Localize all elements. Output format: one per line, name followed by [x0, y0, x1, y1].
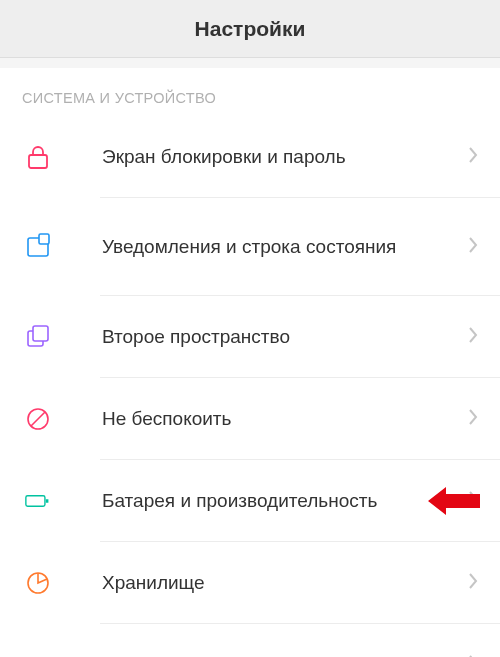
lock-icon [22, 141, 54, 173]
row-label: Батарея и производительность [102, 489, 468, 513]
row-battery-performance[interactable]: Батарея и производительность [0, 460, 500, 542]
duplicate-icon [22, 321, 54, 353]
svg-line-6 [31, 412, 45, 426]
section-header-label: СИСТЕМА И УСТРОЙСТВО [22, 90, 216, 106]
chevron-right-icon [468, 490, 478, 512]
row-label: Дополнительно [102, 653, 468, 657]
more-dots-icon [22, 649, 54, 657]
chevron-right-icon [468, 408, 478, 430]
settings-list: СИСТЕМА И УСТРОЙСТВО Экран блокировки и … [0, 68, 500, 657]
row-lock-screen[interactable]: Экран блокировки и пароль [0, 116, 500, 198]
chevron-right-icon [468, 572, 478, 594]
row-second-space[interactable]: Второе пространство [0, 296, 500, 378]
svg-rect-8 [46, 499, 49, 502]
gap [0, 58, 500, 68]
page-title: Настройки [195, 17, 306, 41]
svg-rect-2 [39, 234, 49, 244]
row-more[interactable]: Дополнительно [0, 624, 500, 657]
battery-icon [22, 485, 54, 517]
row-do-not-disturb[interactable]: Не беспокоить [0, 378, 500, 460]
row-storage[interactable]: Хранилище [0, 542, 500, 624]
svg-rect-7 [26, 496, 45, 506]
row-label: Не беспокоить [102, 407, 468, 431]
storage-pie-icon [22, 567, 54, 599]
row-label: Экран блокировки и пароль [102, 145, 468, 169]
row-label: Второе пространство [102, 325, 468, 349]
svg-rect-0 [29, 155, 47, 168]
section-header-system: СИСТЕМА И УСТРОЙСТВО [0, 68, 500, 116]
chevron-right-icon [468, 236, 478, 258]
row-label: Хранилище [102, 571, 468, 595]
chevron-right-icon [468, 326, 478, 348]
chevron-right-icon [468, 146, 478, 168]
row-notifications[interactable]: Уведомления и строка состояния [0, 198, 500, 296]
do-not-disturb-icon [22, 403, 54, 435]
svg-rect-4 [33, 326, 48, 341]
row-label: Уведомления и строка состояния [102, 235, 468, 259]
notification-bar-icon [22, 231, 54, 263]
header: Настройки [0, 0, 500, 58]
